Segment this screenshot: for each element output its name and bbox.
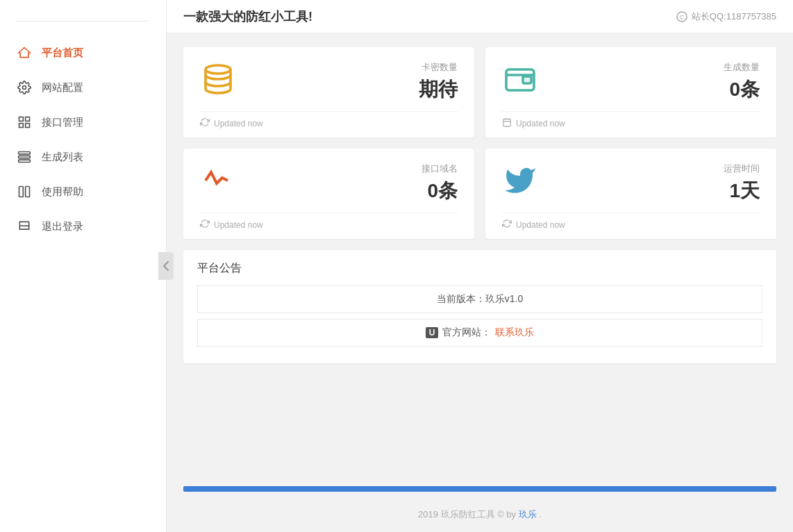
sidebar-collapse-button[interactable] bbox=[158, 252, 174, 280]
updated-text: Updated now bbox=[214, 119, 263, 128]
refresh-icon bbox=[502, 219, 512, 231]
footer: 2019 玖乐防红工具 © by 玖乐 . bbox=[167, 497, 793, 532]
sidebar-label-api-manage: 接口管理 bbox=[42, 116, 83, 129]
stat-right: 接口域名 0条 bbox=[421, 163, 458, 204]
sidebar: 平台首页 网站配置 接口管理 生成列表 使用帮助 退出登录 bbox=[0, 0, 167, 532]
svg-rect-9 bbox=[26, 187, 30, 197]
stat-label: 接口域名 bbox=[421, 163, 458, 175]
api-manage-icon bbox=[17, 115, 32, 130]
op-time-icon bbox=[502, 163, 538, 199]
content-area: 卡密数量 期待 Updated now 生成数量 0条 Updated now bbox=[167, 33, 793, 483]
svg-text:C: C bbox=[680, 14, 685, 21]
updated-text: Updated now bbox=[516, 220, 565, 230]
logout-icon bbox=[17, 219, 32, 234]
stat-value: 1天 bbox=[724, 178, 760, 204]
stat-footer: Updated now bbox=[502, 111, 760, 129]
svg-rect-6 bbox=[19, 156, 31, 158]
sidebar-item-home[interactable]: 平台首页 bbox=[0, 35, 166, 70]
svg-rect-8 bbox=[19, 187, 24, 197]
stat-card-top: 生成数量 0条 bbox=[502, 61, 760, 103]
stat-card-op-time: 运营时间 1天 Updated now bbox=[485, 149, 776, 239]
sidebar-item-api-manage[interactable]: 接口管理 bbox=[0, 105, 166, 140]
sidebar-label-logout: 退出登录 bbox=[42, 220, 83, 233]
svg-rect-2 bbox=[26, 117, 30, 122]
announcement-row-0: 当前版本：玖乐v1.0 bbox=[197, 285, 762, 313]
announcement-text-0: 当前版本：玖乐v1.0 bbox=[437, 293, 523, 306]
sidebar-label-help: 使用帮助 bbox=[42, 185, 83, 199]
svg-rect-1 bbox=[19, 117, 24, 122]
stat-label: 生成数量 bbox=[724, 61, 760, 74]
stat-card-top: 接口域名 0条 bbox=[200, 163, 458, 204]
svg-point-0 bbox=[23, 86, 26, 90]
stat-card-card-count: 卡密数量 期待 Updated now bbox=[183, 47, 474, 138]
u-icon: U bbox=[426, 327, 439, 338]
stat-card-top: 运营时间 1天 bbox=[502, 163, 760, 204]
progress-bar bbox=[183, 486, 776, 492]
footer-text: 2019 玖乐防红工具 © by bbox=[418, 509, 516, 519]
site-config-icon bbox=[17, 80, 32, 95]
announcement-link-1[interactable]: 联系玖乐 bbox=[495, 326, 534, 339]
announcement-section: 平台公告 当前版本：玖乐v1.0 U 官方网站： 联系玖乐 bbox=[183, 250, 776, 363]
card-count-icon bbox=[200, 61, 236, 97]
home-icon bbox=[17, 45, 32, 60]
sidebar-item-help[interactable]: 使用帮助 bbox=[0, 174, 166, 209]
stat-card-gen-count: 生成数量 0条 Updated now bbox=[485, 47, 776, 138]
help-icon bbox=[17, 184, 32, 199]
admin-qq: 站长QQ:1187757385 bbox=[692, 10, 776, 23]
api-domain-icon bbox=[200, 163, 236, 199]
copyright-icon: C bbox=[676, 11, 687, 22]
page-title: 一款强大的防红小工具! bbox=[183, 8, 312, 25]
stat-footer: Updated now bbox=[502, 213, 760, 231]
stat-footer: Updated now bbox=[200, 111, 458, 129]
header: 一款强大的防红小工具! C 站长QQ:1187757385 bbox=[167, 0, 793, 33]
updated-text: Updated now bbox=[214, 220, 263, 230]
svg-rect-16 bbox=[503, 119, 511, 126]
stat-right: 生成数量 0条 bbox=[724, 61, 760, 103]
sidebar-divider bbox=[17, 21, 149, 22]
stat-card-top: 卡密数量 期待 bbox=[200, 61, 458, 103]
gen-list-icon bbox=[17, 149, 32, 165]
stat-label: 运营时间 bbox=[724, 163, 760, 175]
stat-right: 卡密数量 期待 bbox=[419, 61, 458, 103]
announcement-row-1: U 官方网站： 联系玖乐 bbox=[197, 319, 762, 347]
refresh-icon bbox=[502, 117, 512, 129]
svg-point-13 bbox=[206, 65, 231, 74]
svg-rect-4 bbox=[26, 124, 30, 128]
sidebar-item-gen-list[interactable]: 生成列表 bbox=[0, 140, 166, 174]
stat-value: 0条 bbox=[724, 76, 760, 103]
main-content: 一款强大的防红小工具! C 站长QQ:1187757385 卡密数量 期待 bbox=[167, 0, 793, 532]
sidebar-item-site-config[interactable]: 网站配置 bbox=[0, 70, 166, 105]
stat-label: 卡密数量 bbox=[419, 61, 458, 74]
announcement-title: 平台公告 bbox=[197, 261, 762, 276]
svg-rect-3 bbox=[19, 124, 24, 128]
refresh-icon bbox=[200, 219, 210, 231]
svg-rect-15 bbox=[523, 76, 531, 83]
sidebar-label-gen-list: 生成列表 bbox=[42, 151, 83, 164]
gen-count-icon bbox=[502, 61, 538, 97]
updated-text: Updated now bbox=[516, 119, 565, 128]
admin-info: C 站长QQ:1187757385 bbox=[676, 10, 776, 23]
stat-value: 0条 bbox=[421, 178, 458, 204]
footer-suffix: . bbox=[539, 509, 542, 519]
stat-card-api-domain: 接口域名 0条 Updated now bbox=[183, 149, 474, 239]
sidebar-label-site-config: 网站配置 bbox=[42, 81, 83, 94]
announcement-prefix-1: 官方网站： bbox=[442, 326, 491, 339]
refresh-icon bbox=[200, 117, 210, 129]
stat-right: 运营时间 1天 bbox=[724, 163, 760, 204]
svg-rect-7 bbox=[19, 160, 31, 162]
sidebar-item-logout[interactable]: 退出登录 bbox=[0, 209, 166, 244]
stats-grid: 卡密数量 期待 Updated now 生成数量 0条 Updated now bbox=[183, 47, 776, 239]
stat-footer: Updated now bbox=[200, 213, 458, 231]
svg-rect-5 bbox=[19, 152, 31, 154]
footer-link[interactable]: 玖乐 bbox=[519, 509, 537, 519]
stat-value: 期待 bbox=[419, 76, 458, 103]
sidebar-label-home: 平台首页 bbox=[42, 47, 83, 60]
